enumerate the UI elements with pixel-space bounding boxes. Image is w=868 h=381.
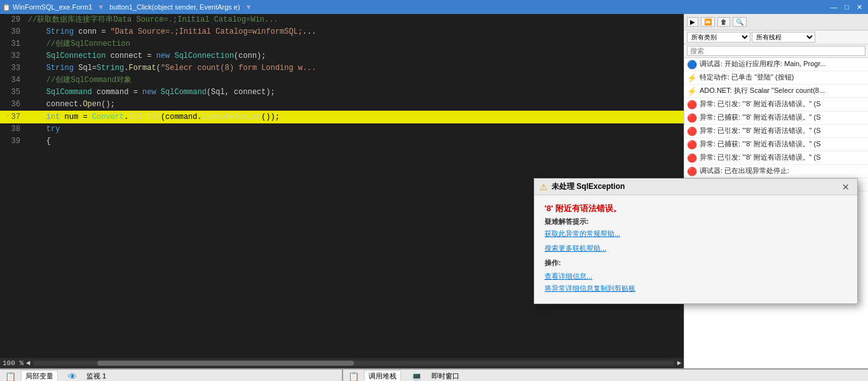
- line-content-36[interactable]: connect.Open();: [25, 99, 684, 111]
- dialog-action-link[interactable]: 查看详细信息...: [545, 272, 847, 281]
- line-number-38: 38: [0, 123, 25, 135]
- close-button[interactable]: ✕: [853, 3, 865, 12]
- event-icon: 🔴: [687, 153, 697, 163]
- code-line-34: 34 //创建SqlCommand对象: [0, 74, 684, 87]
- line-number-39: 39: [0, 135, 25, 148]
- event-icon: 🔴: [687, 167, 697, 176]
- dialog-close-button[interactable]: ✕: [839, 182, 852, 192]
- right-toolbar: ▶ ⏩ 🗑 🔍: [684, 14, 868, 31]
- event-text: 异常: 已捕获: "'8' 附近有语法错误。" (S: [700, 113, 820, 121]
- dialog-warning-icon: ⚠: [539, 182, 548, 192]
- dialog-help-link[interactable]: 获取此异常的常规帮助...: [545, 229, 847, 239]
- locals-tab[interactable]: 局部变量: [21, 370, 58, 381]
- event-text: 调试器: 已在出现异常处停止:: [700, 166, 789, 175]
- maximize-button[interactable]: □: [841, 3, 852, 12]
- event-item[interactable]: 🔵调试器: 开始运行应用程序: Main, Progr...: [684, 58, 868, 71]
- line-content-32[interactable]: SqlConnection connect = new SqlConnectio…: [25, 50, 684, 62]
- line-content-29[interactable]: //获取数据库连接字符串Data Source=.;Initial Catalo…: [25, 14, 684, 26]
- immediate-tab[interactable]: 即时窗口: [427, 370, 464, 381]
- event-icon: ⚡: [687, 73, 697, 83]
- event-item[interactable]: 🔴异常: 已捕获: "'8' 附近有语法错误。" (S: [684, 111, 868, 125]
- bottom-panels: 📋 局部变量 👁 监视 1 名称 值 类型 ●name"123"string●p…: [0, 368, 868, 381]
- line-content-34[interactable]: //创建SqlCommand对象: [25, 74, 684, 87]
- code-line-31: 31 //创建SqlConnection: [0, 38, 684, 50]
- dialog-error-main: '8' 附近有语法错误。: [545, 203, 847, 214]
- code-line-36: 36 connect.Open();: [0, 99, 684, 111]
- line-number-33: 33: [0, 62, 25, 74]
- watch-tab[interactable]: 监视 1: [82, 370, 111, 381]
- line-content-31[interactable]: //创建SqlConnection: [25, 38, 684, 50]
- event-icon: 🔴: [687, 100, 697, 109]
- dialog-action-link[interactable]: 将异常详细信息复制到剪贴板: [545, 284, 847, 293]
- callstack-panel-header: 📋 调用堆栈 💻 即时窗口: [343, 370, 868, 381]
- callstack-icon: 📋: [348, 371, 359, 382]
- minimize-button[interactable]: —: [827, 3, 840, 12]
- line-content-33[interactable]: String Sql=String.Format("Selecr count(8…: [25, 62, 684, 74]
- title-icon: 📋: [3, 4, 10, 11]
- code-line-37: ➤37 int num = Convert.ToInt32(command.Ex…: [0, 111, 684, 123]
- category-filter[interactable]: 所有类别: [687, 32, 750, 43]
- event-item[interactable]: 🔴异常: 已引发: "'8' 附近有语法错误。" (S: [684, 98, 868, 111]
- watch-icon: 👁: [68, 371, 77, 382]
- locals-panel-header: 📋 局部变量 👁 监视 1: [0, 370, 342, 381]
- event-icon: 🔴: [687, 140, 697, 149]
- code-line-33: 33 String Sql=String.Format("Selecr coun…: [0, 62, 684, 74]
- title-bar: 📋 WinFormSQL_exe.Form1 ▼ button1_Click(o…: [0, 0, 868, 14]
- code-line-29: 29//获取数据库连接字符串Data Source=.;Initial Cata…: [0, 14, 684, 26]
- line-content-30[interactable]: String conn = "Data Source=.;Initial Cat…: [25, 26, 684, 38]
- line-number-32: 32: [0, 50, 25, 62]
- zoom-level: 100 %: [3, 359, 24, 367]
- callstack-tab[interactable]: 调用堆栈: [364, 370, 401, 381]
- event-icon: ⚡: [687, 87, 697, 96]
- line-number-30: 30: [0, 26, 25, 38]
- event-item[interactable]: 🔴异常: 已引发: "'8' 附近有语法错误。" (S: [684, 151, 868, 165]
- immediate-icon: 💻: [411, 371, 422, 382]
- toolbar-btn-2[interactable]: ⏩: [701, 17, 715, 27]
- dialog-body: '8' 附近有语法错误。 疑难解答提示: 获取此异常的常规帮助... 搜索更多联…: [534, 195, 857, 303]
- code-line-35: 35 SqlCommand command = new SqlCommand(S…: [0, 87, 684, 99]
- line-number-35: 35: [0, 87, 25, 99]
- event-item[interactable]: ⚡ADO.NET: 执行 Scalar "Selecr count(8...: [684, 85, 868, 98]
- toolbar-btn-1[interactable]: ▶: [687, 17, 698, 27]
- line-content-39[interactable]: {: [25, 135, 684, 148]
- event-item[interactable]: 🔴异常: 已捕获: "'8' 附近有语法错误。" (S: [684, 138, 868, 151]
- line-number-36: 36: [0, 99, 25, 111]
- code-line-39: 39 {: [0, 135, 684, 148]
- title-right: button1_Click(object sender, EventArgs e…: [109, 3, 240, 11]
- title-controls[interactable]: — □ ✕: [827, 3, 865, 12]
- toolbar-btn-3[interactable]: 🗑: [717, 17, 730, 27]
- thread-filter[interactable]: 所有线程: [752, 32, 815, 43]
- line-number-37: ➤37: [0, 111, 25, 123]
- title-left: WinFormSQL_exe.Form1: [13, 3, 92, 11]
- line-content-38[interactable]: try: [25, 123, 684, 135]
- code-line-32: 32 SqlConnection connect = new SqlConnec…: [0, 50, 684, 62]
- event-text: 异常: 已引发: "'8' 附近有语法错误。" (S: [700, 126, 820, 135]
- line-number-34: 34: [0, 74, 25, 87]
- event-item[interactable]: 🔴异常: 已引发: "'8' 附近有语法错误。" (S: [684, 125, 868, 138]
- event-item[interactable]: 🔴调试器: 已在出现异常处停止:: [684, 165, 868, 178]
- event-text: 异常: 已捕获: "'8' 附近有语法错误。" (S: [700, 139, 820, 148]
- toolbar-btn-4[interactable]: 🔍: [733, 17, 747, 27]
- event-text: 异常: 已引发: "'8' 附近有语法错误。" (S: [700, 153, 820, 162]
- dialog-search-link[interactable]: 搜索更多联机帮助...: [545, 244, 847, 253]
- event-text: 特定动作: 已单击 "登陆" (按钮): [700, 73, 794, 81]
- locals-panel: 📋 局部变量 👁 监视 1 名称 值 类型 ●name"123"string●p…: [0, 370, 343, 381]
- code-line-30: 30 String conn = "Data Source=.;Initial …: [0, 26, 684, 38]
- event-text: ADO.NET: 执行 Scalar "Selecr count(8...: [700, 86, 825, 95]
- locals-icon: 📋: [5, 371, 16, 382]
- event-item[interactable]: ⚡特定动作: 已单击 "登陆" (按钮): [684, 71, 868, 85]
- event-icon: 🔴: [687, 113, 697, 123]
- exception-dialog: ⚠ 未处理 SqlException ✕ '8' 附近有语法错误。 疑难解答提示…: [534, 178, 858, 304]
- code-table: 29//获取数据库连接字符串Data Source=.;Initial Cata…: [0, 14, 684, 148]
- code-line-38: 38 try: [0, 123, 684, 135]
- search-row: [684, 45, 868, 58]
- zoom-bar: 100 % ◄ ►: [0, 358, 684, 368]
- search-input[interactable]: [687, 46, 865, 56]
- line-content-35[interactable]: SqlCommand command = new SqlCommand(Sql,…: [25, 87, 684, 99]
- dialog-title-bar: ⚠ 未处理 SqlException ✕: [534, 179, 857, 195]
- line-number-29: 29: [0, 14, 25, 26]
- line-content-37[interactable]: int num = Convert.ToInt32(command.Execut…: [25, 111, 684, 123]
- callstack-panel: 📋 调用堆栈 💻 即时窗口 名称 ➤WinFormSQL_exe.exe!Win…: [343, 370, 868, 381]
- line-number-31: 31: [0, 38, 25, 50]
- filter-row: 所有类别 所有线程: [684, 31, 868, 45]
